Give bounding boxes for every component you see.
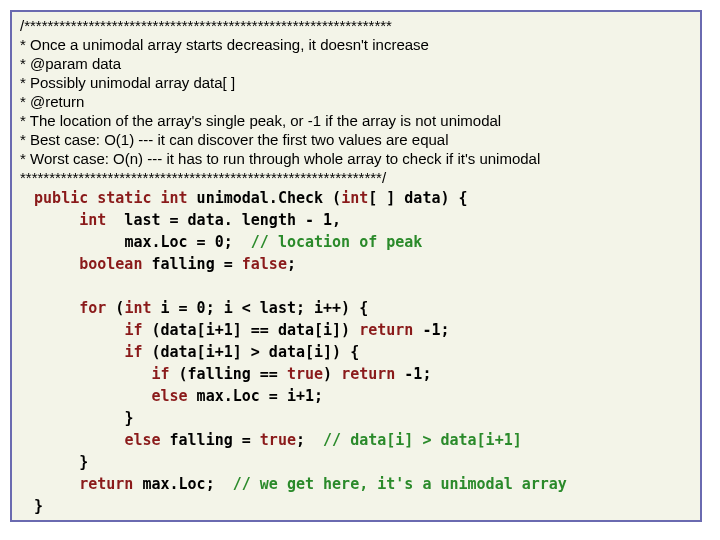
comment-return: // we get here, it's a unimodal array [233,475,567,493]
kw-boolean: boolean [79,255,142,273]
for-open: ( [106,299,124,317]
decl-falling: falling = [142,255,241,273]
code-container: /***************************************… [10,10,702,522]
doc-line: * The location of the array's single pea… [20,111,696,130]
kw-true: true [260,431,296,449]
doc-line: * Worst case: O(n) --- it has to run thr… [20,149,696,168]
if-falling-tail: ) [323,365,341,383]
else-falling: falling = [161,431,260,449]
kw-if: if [124,343,142,361]
brace-close: } [34,497,43,515]
kw-return: return [341,365,395,383]
code-block: public static int unimodal.Check (int[ ]… [16,187,696,517]
brace-close: } [79,453,88,471]
brace-close: } [124,409,133,427]
kw-for: for [79,299,106,317]
comment-else: // data[i] > data[i+1] [323,431,522,449]
doc-line: * @return [20,92,696,111]
kw-true: true [287,365,323,383]
method-name: unimodal.Check ( [188,189,342,207]
doc-line: * Best case: O(1) --- it can discover th… [20,130,696,149]
decl-maxloc: max.Loc = 0; [124,233,250,251]
method-sig-tail: [ ] data) { [368,189,467,207]
kw-return: return [79,475,133,493]
kw-else: else [124,431,160,449]
semicolon: ; [296,431,323,449]
kw-int: int [341,189,368,207]
semicolon: ; [287,255,296,273]
return-maxloc: max.Loc; [133,475,232,493]
kw-int: int [79,211,106,229]
if-gt: (data[i+1] > data[i]) { [142,343,359,361]
kw-if: if [151,365,169,383]
doc-line: * Once a unimodal array starts decreasin… [20,35,696,54]
kw-public: public [34,189,88,207]
kw-int: int [161,189,188,207]
decl-last: last = data. length - 1, [106,211,341,229]
doc-border-top: /***************************************… [20,16,696,35]
kw-false: false [242,255,287,273]
kw-return: return [359,321,413,339]
javadoc-block: /***************************************… [16,16,696,187]
kw-else: else [151,387,187,405]
else-maxloc: max.Loc = i+1; [188,387,323,405]
doc-line: * Possibly unimodal array data[ ] [20,73,696,92]
return-neg1: -1; [413,321,449,339]
if-eq: (data[i+1] == data[i]) [142,321,359,339]
kw-if: if [124,321,142,339]
doc-border-bottom: ****************************************… [20,168,696,187]
comment-peak: // location of peak [251,233,423,251]
kw-static: static [97,189,151,207]
return-neg1: -1; [395,365,431,383]
for-header: i = 0; i < last; i++) { [151,299,368,317]
doc-line: * @param data [20,54,696,73]
kw-int: int [124,299,151,317]
if-falling: (falling == [170,365,287,383]
